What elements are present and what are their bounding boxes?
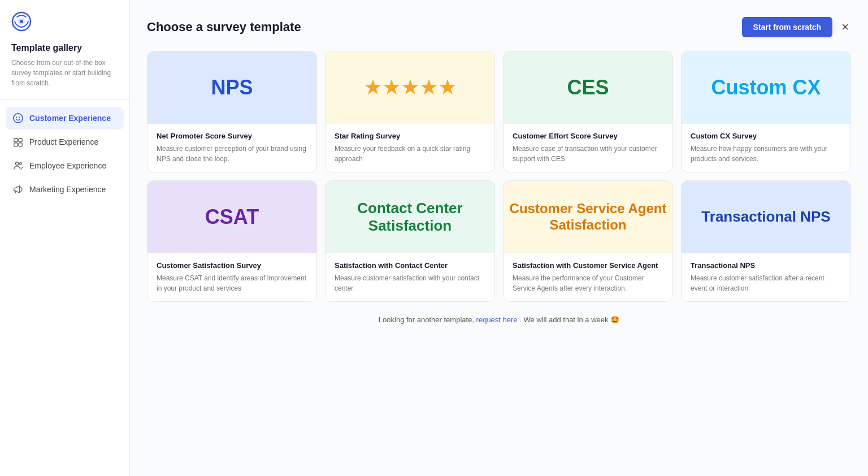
- template-card-csat[interactable]: CSAT Customer Satisfaction Survey Measur…: [147, 180, 317, 302]
- svg-rect-9: [19, 143, 22, 146]
- template-contact-desc: Measure customer satisfaction with your …: [335, 273, 485, 293]
- template-card-contact[interactable]: Contact Center Satisfaction Satisfaction…: [325, 180, 495, 302]
- sidebar-item-employee[interactable]: Employee Experience: [6, 154, 124, 177]
- sidebar-description: Choose from our out-of-the box survey te…: [11, 58, 118, 88]
- template-tnps-name: Transactional NPS: [691, 261, 841, 270]
- contact-header-text: Contact Center Satisfaction: [331, 200, 489, 235]
- start-from-scratch-button[interactable]: Start from scratch: [742, 17, 833, 37]
- ces-header-text: CES: [567, 76, 609, 99]
- main-content: Choose a survey template Start from scra…: [130, 0, 868, 476]
- template-card-csat-header: CSAT: [147, 181, 316, 253]
- svg-point-4: [16, 117, 17, 118]
- template-tnps-desc: Measure customer satisfaction after a re…: [691, 273, 841, 293]
- star-1: ★: [364, 77, 381, 98]
- svg-rect-7: [19, 139, 22, 142]
- smiley-icon: [12, 112, 24, 124]
- csat-header-text: CSAT: [205, 205, 259, 229]
- star-2: ★: [383, 77, 400, 98]
- megaphone-icon: [12, 184, 24, 195]
- sidebar-item-marketing[interactable]: Marketing Experience: [6, 178, 124, 201]
- sidebar-navigation: Customer Experience Product Experience: [0, 107, 129, 201]
- template-card-customcx[interactable]: Custom CX Custom CX Survey Measure how h…: [681, 51, 851, 172]
- star-3: ★: [402, 77, 418, 98]
- logo-area: [0, 11, 129, 43]
- template-ces-desc: Measure ease of transaction with your cu…: [513, 144, 663, 164]
- page-header: Choose a survey template Start from scra…: [147, 17, 851, 37]
- tnps-header-text: Transactional NPS: [701, 208, 830, 226]
- svg-rect-6: [14, 139, 18, 142]
- template-ces-name: Customer Effort Score Survey: [513, 132, 663, 140]
- template-card-ces-header: CES: [504, 51, 672, 124]
- template-card-nps-body: Net Promoter Score Survey Measure custom…: [147, 124, 316, 172]
- sidebar: Template gallery Choose from our out-of-…: [0, 0, 130, 476]
- svg-point-3: [14, 114, 23, 123]
- svg-point-5: [19, 117, 20, 118]
- footer-text-after: . We will add that in a week 🤩: [519, 315, 619, 324]
- csagent-header-text: Customer Service Agent Satisfaction: [509, 201, 667, 233]
- template-contact-name: Satisfaction with Contact Center: [335, 261, 485, 270]
- star-4: ★: [420, 77, 437, 98]
- sidebar-item-marketing-label: Marketing Experience: [29, 185, 106, 194]
- template-card-tnps[interactable]: Transactional NPS Transactional NPS Meas…: [681, 180, 851, 302]
- header-actions: Start from scratch ×: [742, 17, 851, 37]
- template-card-star[interactable]: ★ ★ ★ ★ ★ Star Rating Survey Measure you…: [325, 51, 495, 172]
- footer-text-before: Looking for another template,: [379, 315, 476, 324]
- template-card-contact-header: Contact Center Satisfaction: [326, 181, 494, 253]
- template-nps-name: Net Promoter Score Survey: [157, 132, 307, 140]
- star-5: ★: [439, 77, 455, 98]
- people-icon: [12, 160, 24, 171]
- template-nps-desc: Measure customer perception of your bran…: [157, 144, 307, 164]
- template-card-ces-body: Customer Effort Score Survey Measure eas…: [504, 124, 672, 172]
- template-card-csagent-header: Customer Service Agent Satisfaction: [504, 181, 672, 253]
- sidebar-item-product[interactable]: Product Experience: [6, 131, 124, 153]
- template-card-customcx-header: Custom CX: [682, 51, 850, 124]
- sidebar-item-product-label: Product Experience: [29, 137, 98, 146]
- template-card-tnps-header: Transactional NPS: [682, 181, 850, 253]
- template-grid: NPS Net Promoter Score Survey Measure cu…: [147, 51, 851, 302]
- svg-point-11: [20, 162, 22, 165]
- template-card-ces[interactable]: CES Customer Effort Score Survey Measure…: [503, 51, 673, 172]
- template-card-nps[interactable]: NPS Net Promoter Score Survey Measure cu…: [147, 51, 317, 172]
- footer-request-link[interactable]: request here: [476, 315, 518, 324]
- sidebar-item-customer-label: Customer Experience: [29, 114, 111, 123]
- template-card-star-body: Star Rating Survey Measure your feedback…: [326, 124, 494, 172]
- template-customcx-desc: Measure how happy consumers are with you…: [691, 144, 841, 164]
- template-card-csat-body: Customer Satisfaction Survey Measure CSA…: [147, 253, 316, 301]
- template-card-tnps-body: Transactional NPS Measure customer satis…: [682, 253, 850, 301]
- template-card-csagent[interactable]: Customer Service Agent Satisfaction Sati…: [503, 180, 673, 302]
- svg-point-10: [16, 162, 19, 165]
- nps-header-text: NPS: [211, 76, 253, 99]
- template-customcx-name: Custom CX Survey: [691, 132, 841, 140]
- sidebar-item-customer[interactable]: Customer Experience: [6, 107, 124, 129]
- sidebar-item-employee-label: Employee Experience: [29, 161, 106, 170]
- template-card-contact-body: Satisfaction with Contact Center Measure…: [326, 253, 494, 301]
- close-button[interactable]: ×: [839, 19, 851, 36]
- sidebar-title: Template gallery: [11, 43, 118, 53]
- sidebar-header: Template gallery Choose from our out-of-…: [0, 43, 129, 100]
- svg-point-2: [20, 20, 23, 23]
- template-card-star-header: ★ ★ ★ ★ ★: [326, 51, 494, 124]
- product-icon: [12, 136, 24, 148]
- page-footer: Looking for another template, request he…: [147, 315, 851, 324]
- template-card-customcx-body: Custom CX Survey Measure how happy consu…: [682, 124, 850, 172]
- template-csat-name: Customer Satisfaction Survey: [157, 261, 307, 270]
- customcx-header-text: Custom CX: [711, 76, 821, 99]
- page-title: Choose a survey template: [147, 20, 301, 34]
- template-card-nps-header: NPS: [147, 51, 316, 124]
- star-icons: ★ ★ ★ ★ ★: [364, 77, 455, 98]
- template-csagent-name: Satisfaction with Customer Service Agent: [513, 261, 663, 270]
- template-csat-desc: Measure CSAT and identify areas of impro…: [157, 273, 307, 293]
- app-logo-icon: [11, 11, 32, 32]
- template-star-desc: Measure your feedback on a quick star ra…: [335, 144, 485, 164]
- template-card-csagent-body: Satisfaction with Customer Service Agent…: [504, 253, 672, 301]
- svg-rect-8: [14, 143, 18, 146]
- template-csagent-desc: Measure the performance of your Customer…: [513, 273, 663, 293]
- template-star-name: Star Rating Survey: [335, 132, 485, 140]
